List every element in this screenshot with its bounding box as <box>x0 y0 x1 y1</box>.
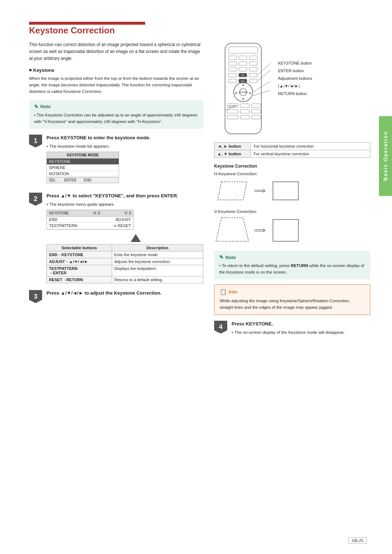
note-text-2: • To return to the default setting, pres… <box>219 262 365 276</box>
h-keystone-label: H-Keystone Correction: <box>214 172 370 176</box>
page: Basic Operation Keystone Correction This… <box>0 0 392 554</box>
svg-text:▼: ▼ <box>242 98 245 101</box>
step-3-title: Press ▲/▼/◄/► to adjust the Keystone Cor… <box>46 290 203 296</box>
arrow-right-icon: ⟹ <box>254 186 266 196</box>
svg-rect-34 <box>240 115 249 119</box>
svg-text:►: ► <box>249 91 252 95</box>
btn-testpattern: TESTPATTERN→ENTER <box>47 265 112 276</box>
keystone-button-label: KEYSTONE button <box>278 59 312 67</box>
step-1-number: 1 <box>29 135 42 148</box>
svg-text:◄: ◄ <box>234 91 237 95</box>
h-keystone-diagram: ⟹ <box>214 178 370 204</box>
btn-adjust: ADJUST→▲/▼/◄/► <box>47 258 112 265</box>
return-button-label: RETURN button <box>278 90 312 98</box>
table-row: TESTPATTERN→ENTER Displays the testpatte… <box>47 265 203 276</box>
btn-ud: ▲, ▼ button <box>215 150 251 158</box>
page-title: Keystone Correction <box>29 25 370 36</box>
ks-menu-row-1: END ADJUST <box>47 217 133 223</box>
selectable-buttons-table: Selectable buttons Description END→KEYST… <box>46 244 203 283</box>
step-3-number: 3 <box>29 290 42 303</box>
basic-operation-tab: Basic Operation <box>379 116 392 196</box>
sel-table-col-btn: Selectable buttons <box>47 245 112 251</box>
svg-text:▲: ▲ <box>242 83 245 86</box>
desc-ud: For vertical keystone correction <box>251 150 370 158</box>
keystone-section-heading: Keystone <box>29 67 203 73</box>
info-text: While adjusting the image using Keystone… <box>220 297 365 311</box>
svg-text:ENTER: ENTER <box>239 91 248 94</box>
svg-rect-31 <box>240 110 249 113</box>
title-bar <box>29 22 145 25</box>
v-keystone-diagram: ⟹ <box>214 216 370 245</box>
menu-footer: SEL. ENTER END <box>47 177 119 183</box>
step-1-bullet: The keystone mode list appears. <box>46 143 203 149</box>
menu-row-sphere: SPHERE <box>47 165 119 171</box>
table-row: END→KEYSTONE Exits the keystone mode. <box>47 251 203 258</box>
remote-illustration: KS ENT ▲ ▼ ◄ ► ENTER <box>214 41 272 136</box>
v-keystone-after <box>269 216 302 245</box>
table-row: ◄, ► button For horizontal keystone corr… <box>215 143 370 150</box>
step-2: 2 Press ▲/▼ to select "KEYSTONE", and th… <box>29 193 203 283</box>
btn-lr: ◄, ► button <box>215 143 251 150</box>
step-4-content: Press KEYSTONE. The on-screen display of… <box>232 321 370 338</box>
note-box: ✎ Note • The Keystone Correction can be … <box>29 100 203 129</box>
svg-marker-41 <box>218 182 247 200</box>
desc-lr: For horizontal keystone correction <box>251 143 370 150</box>
table-row: RESET→RETURN Returns to a default settin… <box>47 276 203 283</box>
v-keystone-before <box>214 216 250 245</box>
keystone-sub-text: When the image is projected either from … <box>29 75 203 95</box>
remote-area: KS ENT ▲ ▼ ◄ ► ENTER <box>214 41 370 136</box>
step-4-number: 4 <box>214 321 227 334</box>
keystone-heading-label: Keystone <box>33 67 54 73</box>
remote-svg: KS ENT ▲ ▼ ◄ ► ENTER <box>214 41 272 136</box>
step-1-content: Press KEYSTONE to enter the keystone mod… <box>46 135 203 186</box>
svg-rect-7 <box>249 62 257 65</box>
svg-rect-44 <box>273 219 298 241</box>
svg-marker-43 <box>216 218 249 241</box>
btn-reset: RESET→RETURN <box>47 276 112 283</box>
svg-rect-14 <box>249 73 257 77</box>
svg-rect-8 <box>229 67 237 71</box>
btn-end-keystone: END→KEYSTONE <box>47 251 112 258</box>
arrow-right-icon-2: ⟹ <box>254 226 266 235</box>
svg-rect-15 <box>229 79 237 83</box>
arrow-up-icon <box>131 234 141 242</box>
step-2-title: Press ▲/▼ to select "KEYSTONE", and then… <box>46 193 203 199</box>
svg-line-36 <box>257 63 270 75</box>
right-column: KS ENT ▲ ▼ ◄ ► ENTER <box>214 41 370 539</box>
svg-rect-10 <box>249 67 257 71</box>
ks-menu-row-2: TESTPATTERN ⇒ RESET <box>47 223 133 229</box>
keystone-mode-menu: KEYSTONE MODE KEYSTONE SPHERE ROTATION S… <box>46 152 119 183</box>
adjustment-buttons-label: Adjustment buttons <box>278 75 312 82</box>
desc-reset: Returns to a default setting. <box>112 276 203 283</box>
info-title: 📋 Info <box>220 288 365 295</box>
menu-header: KEYSTONE MODE <box>47 152 119 159</box>
svg-rect-33 <box>227 115 238 119</box>
info-icon: 📋 <box>220 288 227 295</box>
desc-adjust: Adjusts the keystone correction. <box>112 258 203 265</box>
svg-rect-35 <box>252 115 261 119</box>
svg-rect-28 <box>240 104 249 107</box>
svg-rect-6 <box>239 62 247 65</box>
step-4-title: Press KEYSTONE. <box>232 321 370 327</box>
h-keystone-before <box>214 178 250 204</box>
button-direction-table: ◄, ► button For horizontal keystone corr… <box>214 142 370 158</box>
desc-testpattern: Displays the testpattern. <box>112 265 203 276</box>
svg-rect-5 <box>229 62 237 65</box>
v-keystone-label: V-Keystone Correction: <box>214 209 370 214</box>
step-2-number: 2 <box>29 193 42 206</box>
note-title: ✎ Note <box>34 104 198 110</box>
remote-labels: KEYSTONE button ENTER button Adjustment … <box>278 41 312 136</box>
svg-text:KS: KS <box>242 74 244 77</box>
tab-label: Basic Operation <box>383 131 388 181</box>
page-number-label: GB-25 <box>348 537 367 544</box>
note-box-2: ✎ Note • To return to the default settin… <box>214 251 370 279</box>
menu-row-rotation: ROTATION <box>47 171 119 177</box>
left-column: This function can correct distortion of … <box>29 41 203 539</box>
svg-rect-9 <box>239 67 247 71</box>
note-title-2: ✎ Note <box>219 254 365 260</box>
svg-rect-3 <box>239 56 247 59</box>
svg-text:RETURN: RETURN <box>229 105 237 107</box>
svg-rect-11 <box>229 73 237 77</box>
note-icon-2: ✎ <box>219 254 224 260</box>
step-4-bullet: The on-screen display of the Keystone mo… <box>232 329 370 336</box>
